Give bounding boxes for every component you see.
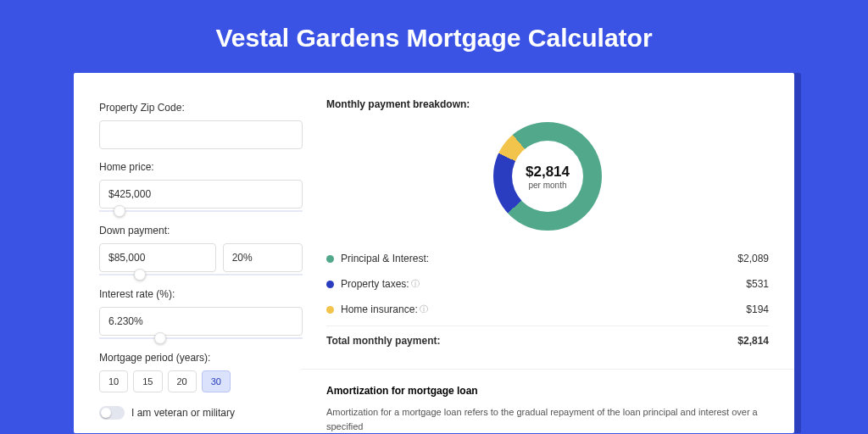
total-label: Total monthly payment: (326, 335, 440, 347)
donut-amount: $2,814 (526, 164, 570, 181)
down-payment-slider[interactable] (99, 271, 303, 280)
info-icon[interactable]: ⓘ (411, 278, 420, 290)
slider-thumb[interactable] (114, 205, 125, 217)
page-title: Vestal Gardens Mortgage Calculator (0, 0, 868, 73)
period-option-30[interactable]: 30 (202, 370, 231, 392)
home-price-slider[interactable] (99, 208, 303, 216)
zip-input[interactable] (99, 120, 303, 149)
slider-thumb[interactable] (134, 269, 146, 281)
period-group: 10152030 (99, 370, 303, 392)
legend-value: $2,089 (737, 253, 769, 264)
amortization-title: Amortization for mortgage loan (326, 370, 769, 405)
legend-label: Property taxes: (341, 278, 409, 290)
veteran-label: I am veteran or military (131, 407, 235, 419)
results-panel: Monthly payment breakdown: $2,814 per mo… (326, 98, 769, 433)
total-value: $2,814 (737, 335, 769, 347)
legend-row: Principal & Interest:$2,089 (326, 246, 769, 271)
interest-slider[interactable] (99, 335, 303, 343)
legend-row: Property taxes: ⓘ$531 (326, 271, 769, 297)
info-icon[interactable]: ⓘ (420, 303, 428, 315)
form-panel: Property Zip Code: Home price: Down paym… (99, 98, 303, 433)
home-price-input[interactable] (99, 180, 303, 209)
period-label: Mortgage period (years): (99, 352, 303, 364)
donut-chart: $2,814 per month (493, 122, 602, 231)
interest-input[interactable] (99, 307, 303, 336)
zip-label: Property Zip Code: (99, 102, 303, 114)
legend-dot-icon (326, 255, 334, 263)
legend-value: $194 (746, 303, 769, 315)
legend-label: Principal & Interest: (341, 253, 429, 264)
calculator-card: Property Zip Code: Home price: Down paym… (74, 73, 794, 433)
legend-dot-icon (326, 281, 334, 288)
slider-thumb[interactable] (154, 332, 166, 344)
legend-row: Home insurance: ⓘ$194 (326, 297, 769, 322)
legend-label: Home insurance: (341, 303, 418, 315)
legend-dot-icon (326, 306, 334, 314)
period-option-10[interactable]: 10 (99, 370, 128, 392)
period-option-20[interactable]: 20 (168, 370, 197, 392)
legend: Principal & Interest:$2,089Property taxe… (326, 246, 769, 322)
down-payment-label: Down payment: (99, 225, 303, 236)
period-option-15[interactable]: 15 (133, 370, 162, 392)
veteran-toggle[interactable] (99, 406, 125, 420)
home-price-label: Home price: (99, 161, 303, 173)
down-payment-input[interactable] (99, 243, 216, 272)
legend-value: $531 (746, 278, 769, 290)
donut-sub: per month (528, 181, 566, 190)
down-payment-pct-input[interactable] (223, 243, 303, 272)
breakdown-title: Monthly payment breakdown: (326, 98, 769, 110)
amortization-text: Amortization for a mortgage loan refers … (326, 405, 769, 433)
interest-label: Interest rate (%): (99, 288, 303, 300)
